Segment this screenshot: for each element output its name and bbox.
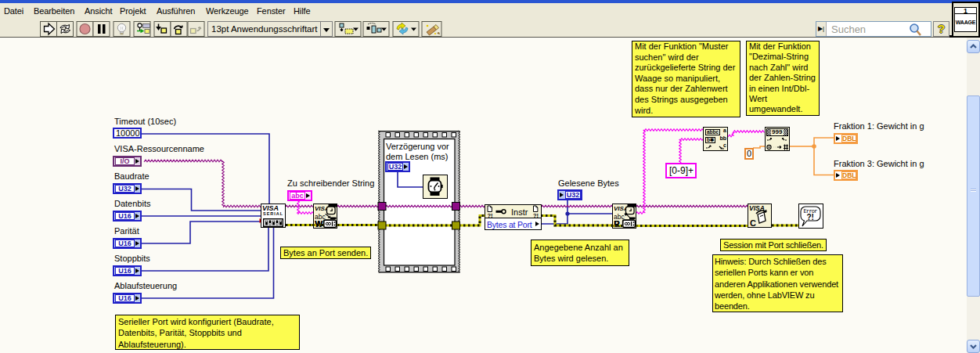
svg-text:W: W [315, 219, 322, 229]
svg-text:R: R [614, 219, 620, 229]
